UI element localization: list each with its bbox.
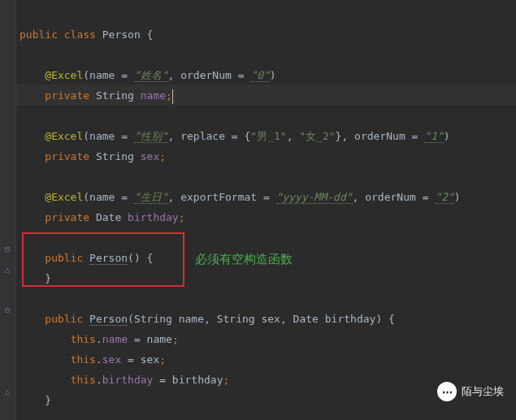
code-line[interactable]: private Date birthday; xyxy=(20,207,516,227)
type: Date xyxy=(293,313,319,325)
param: name xyxy=(89,191,115,203)
fold-mark[interactable]: ⊟ xyxy=(2,245,12,254)
dot: . xyxy=(96,353,102,366)
paren: ) xyxy=(270,69,276,81)
watermark-text: 陌与尘埃 xyxy=(462,384,504,399)
code-line[interactable]: public class Person { xyxy=(20,24,516,45)
param: sex xyxy=(261,313,280,325)
brace: } xyxy=(45,394,51,406)
comma: , xyxy=(353,191,366,203)
field-name: name xyxy=(141,89,166,102)
code-line[interactable] xyxy=(20,106,516,126)
param: birthday xyxy=(325,313,376,325)
string: "0" xyxy=(250,69,269,82)
code-line[interactable]: this.name = name; xyxy=(20,329,516,349)
constructor-name: Person xyxy=(89,313,128,326)
semicolon: ; xyxy=(179,211,185,223)
field-name: birthday xyxy=(128,211,179,223)
string: "姓名" xyxy=(134,69,168,82)
paren: ( xyxy=(128,313,134,325)
code-line[interactable]: @Excel(name = "生日", exportFormat = "yyyy… xyxy=(20,187,516,207)
string: "女_2" xyxy=(299,130,335,142)
code-line[interactable] xyxy=(20,45,516,65)
keyword: private xyxy=(45,211,89,223)
paren: ( xyxy=(83,191,89,203)
semicolon: ; xyxy=(223,374,229,386)
string: "yyyy-MM-dd" xyxy=(276,191,353,204)
op: = xyxy=(115,191,133,203)
field-ref: name xyxy=(102,333,128,345)
code-line[interactable]: @Excel(name = "性别", replace = {"男_1", "女… xyxy=(20,126,516,146)
comma: , xyxy=(168,69,181,81)
fold-mark-end[interactable]: △ xyxy=(2,265,12,275)
type: String xyxy=(217,313,255,325)
paren: ) xyxy=(454,191,461,203)
caret xyxy=(172,89,173,104)
keyword: class xyxy=(64,28,96,41)
highlight-box xyxy=(22,232,184,287)
op: = xyxy=(232,69,250,81)
keyword: this xyxy=(71,374,96,386)
annotation: @Excel xyxy=(45,191,83,203)
paren: ( xyxy=(83,130,89,142)
type: String xyxy=(96,150,134,162)
op: = xyxy=(115,69,133,81)
code-line[interactable]: private String sex; xyxy=(20,146,516,167)
string: "男_1" xyxy=(250,130,286,142)
comma: , xyxy=(204,313,217,325)
paren: ) { xyxy=(375,313,394,325)
code-line[interactable]: public Person(String name, String sex, D… xyxy=(20,309,516,329)
code-editor[interactable]: public class Person { @Excel(name = "姓名"… xyxy=(16,0,516,420)
string: "2" xyxy=(435,191,453,204)
op: = xyxy=(405,130,424,142)
code-line[interactable]: private String name; xyxy=(20,85,516,106)
keyword: private xyxy=(45,89,89,102)
type: String xyxy=(134,313,172,325)
keyword: private xyxy=(45,150,89,162)
semicolon: ; xyxy=(159,150,166,162)
fold-mark[interactable]: ⊟ xyxy=(2,305,12,315)
semicolon: ; xyxy=(159,353,166,366)
param: orderNum xyxy=(354,130,405,142)
comma: , xyxy=(287,130,300,142)
comma: , xyxy=(280,313,293,325)
dot: . xyxy=(96,333,102,345)
watermark: ⋯ 陌与尘埃 xyxy=(437,382,504,401)
param: name xyxy=(89,130,115,142)
code-line[interactable] xyxy=(20,288,516,309)
semicolon: ; xyxy=(172,333,179,345)
comma: , xyxy=(341,130,354,142)
op: = xyxy=(257,191,275,203)
annotation-note: 必须有空构造函数 xyxy=(195,252,293,267)
string: "生日" xyxy=(134,191,168,204)
keyword: this xyxy=(71,353,96,366)
param: orderNum xyxy=(365,191,416,203)
field-ref: birthday xyxy=(102,374,154,386)
comma: , xyxy=(168,130,181,142)
code-line[interactable]: @Excel(name = "姓名", orderNum = "0") xyxy=(20,65,516,85)
param: name xyxy=(179,313,204,325)
paren: ) xyxy=(444,130,450,142)
expr: = birthday xyxy=(153,374,223,386)
param: orderNum xyxy=(180,69,232,81)
field-ref: sex xyxy=(102,353,121,366)
code-line[interactable]: this.sex = sex; xyxy=(20,349,516,370)
type: Date xyxy=(96,211,121,223)
code-line[interactable] xyxy=(20,4,516,24)
class-name: Person xyxy=(102,28,141,41)
annotation: @Excel xyxy=(45,130,83,142)
fold-mark-end[interactable]: △ xyxy=(2,387,12,396)
editor-gutter: ⊟ △ ⊟ △ xyxy=(0,0,16,420)
keyword: public xyxy=(20,28,58,41)
expr: = sex xyxy=(121,353,159,366)
param: replace xyxy=(180,130,225,142)
annotation: @Excel xyxy=(45,69,83,81)
op: = xyxy=(115,130,133,142)
code-line[interactable] xyxy=(20,167,516,187)
semicolon: ; xyxy=(166,89,172,102)
string: "1" xyxy=(424,130,443,143)
keyword: this xyxy=(71,333,96,345)
string: "性别" xyxy=(134,130,168,143)
param: exportFormat xyxy=(180,191,257,203)
op: = xyxy=(225,130,244,142)
